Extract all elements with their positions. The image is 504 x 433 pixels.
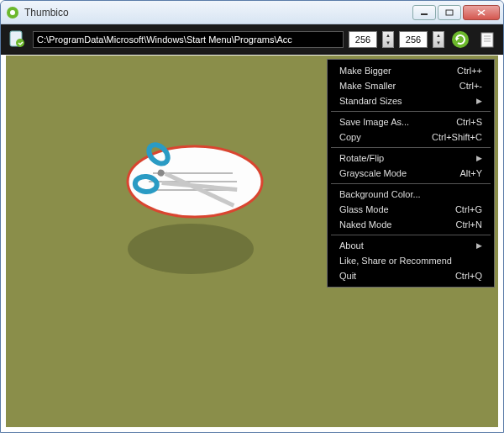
file-icon[interactable]: [6, 29, 28, 50]
menu-item-label: Naked Mode: [339, 219, 391, 230]
svg-point-8: [452, 31, 469, 48]
app-icon: [6, 6, 19, 19]
snipping-tool-icon: [98, 131, 283, 299]
menu-separator: [331, 147, 491, 148]
menu-item-shortcut: Ctrl+N: [456, 219, 482, 230]
maximize-button[interactable]: [438, 5, 461, 20]
menu-item[interactable]: Make SmallerCtrl+-: [328, 78, 494, 93]
menu-item[interactable]: Rotate/Flip▶: [328, 150, 494, 166]
menu-separator: [331, 111, 491, 112]
menu-item[interactable]: Make BiggerCtrl++: [328, 63, 494, 78]
menu-item[interactable]: Grayscale ModeAlt+Y: [328, 166, 494, 181]
menu-item[interactable]: QuitCtrl+Q: [328, 268, 494, 283]
spin-down-icon[interactable]: ▼: [433, 40, 444, 47]
document-icon[interactable]: [476, 29, 498, 50]
spin-up-icon[interactable]: ▲: [383, 32, 393, 40]
svg-point-13: [128, 224, 254, 274]
menu-item[interactable]: Save Image As...Ctrl+S: [328, 114, 494, 129]
menu-item-label: Make Smaller: [339, 81, 396, 91]
menu-item[interactable]: Naked ModeCtrl+N: [328, 217, 494, 232]
menu-item-label: Like, Share or Recommend: [339, 256, 452, 266]
menu-item[interactable]: Glass ModeCtrl+G: [328, 202, 494, 217]
menu-item-label: Quit: [339, 271, 356, 281]
menu-item-label: Standard Sizes: [339, 96, 402, 106]
menu-item-label: Glass Mode: [339, 204, 389, 214]
refresh-button[interactable]: [449, 29, 471, 50]
height-input[interactable]: [399, 31, 428, 48]
app-window: Thumbico ▲▼ ▲▼: [0, 0, 504, 433]
height-spinner[interactable]: ▲▼: [433, 31, 444, 48]
svg-rect-9: [481, 33, 493, 47]
menu-item-shortcut: Ctrl++: [457, 66, 482, 76]
context-menu: Make BiggerCtrl++Make SmallerCtrl+-Stand…: [327, 59, 495, 288]
titlebar: Thumbico: [1, 1, 503, 24]
submenu-arrow-icon: ▶: [476, 97, 482, 105]
window-title: Thumbico: [24, 7, 412, 18]
menu-item-shortcut: Ctrl+Q: [455, 271, 482, 281]
svg-point-7: [16, 39, 24, 47]
menu-item-shortcut: Ctrl+S: [456, 117, 482, 127]
menu-separator: [331, 235, 491, 235]
submenu-arrow-icon: ▶: [476, 241, 482, 250]
svg-point-1: [10, 10, 15, 15]
menu-item[interactable]: Like, Share or Recommend: [328, 253, 494, 268]
path-input[interactable]: [33, 31, 344, 48]
menu-item-label: Background Color...: [339, 189, 421, 199]
menu-item-label: Rotate/Flip: [339, 153, 384, 163]
menu-item[interactable]: CopyCtrl+Shift+C: [328, 129, 494, 145]
spin-up-icon[interactable]: ▲: [433, 32, 444, 40]
menu-item-label: About: [339, 240, 364, 251]
menu-item-label: Make Bigger: [339, 66, 391, 76]
menu-item-shortcut: Ctrl+-: [459, 81, 482, 91]
menu-item-label: Save Image As...: [339, 117, 409, 127]
svg-rect-3: [446, 10, 453, 15]
submenu-arrow-icon: ▶: [476, 154, 482, 162]
toolbar: ▲▼ ▲▼: [1, 24, 503, 55]
close-button[interactable]: [463, 5, 500, 20]
width-input[interactable]: [349, 31, 377, 48]
width-spinner[interactable]: ▲▼: [382, 31, 394, 48]
menu-item-shortcut: Ctrl+Shift+C: [432, 132, 482, 142]
menu-item-label: Copy: [339, 132, 361, 142]
spin-down-icon[interactable]: ▼: [383, 40, 393, 47]
minimize-button[interactable]: [412, 5, 436, 20]
window-controls: [412, 5, 500, 20]
menu-item[interactable]: About▶: [328, 238, 494, 253]
menu-separator: [331, 183, 491, 184]
menu-item-shortcut: Ctrl+G: [455, 204, 482, 214]
menu-item-label: Grayscale Mode: [339, 168, 407, 178]
menu-item-shortcut: Alt+Y: [459, 168, 482, 178]
menu-item[interactable]: Background Color...: [328, 187, 494, 202]
menu-item[interactable]: Standard Sizes▶: [328, 93, 494, 108]
